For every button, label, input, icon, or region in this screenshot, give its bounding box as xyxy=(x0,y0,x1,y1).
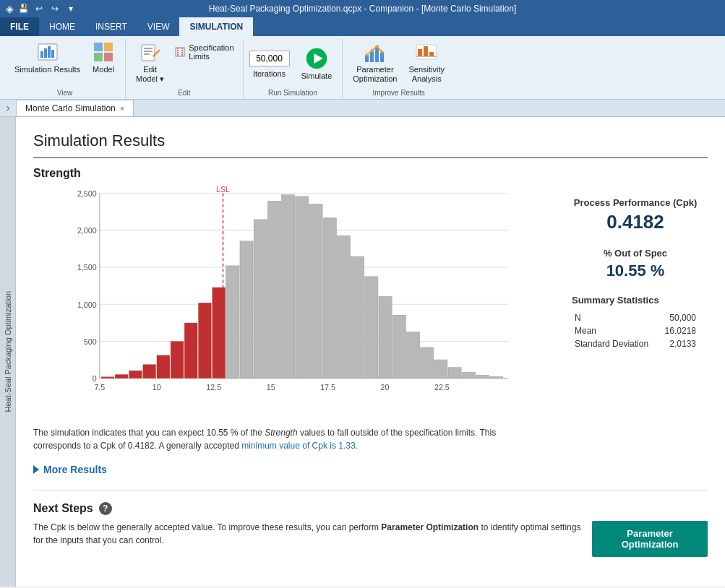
svg-rect-70 xyxy=(323,218,336,379)
summary-title: Summary Statistics xyxy=(572,295,699,306)
svg-rect-54 xyxy=(101,377,114,379)
tab-insert[interactable]: INSERT xyxy=(85,17,137,36)
svg-text:22.5: 22.5 xyxy=(434,383,450,392)
svg-rect-3 xyxy=(48,46,51,58)
svg-rect-59 xyxy=(171,341,184,378)
table-row: N 50,000 xyxy=(572,311,699,324)
svg-text:0: 0 xyxy=(93,374,97,383)
next-steps-section: Next Steps ? The Cpk is below the genera… xyxy=(33,490,708,557)
svg-rect-28 xyxy=(424,46,428,56)
svg-rect-71 xyxy=(337,235,350,378)
svg-rect-27 xyxy=(418,49,422,56)
svg-text:7.5: 7.5 xyxy=(94,383,105,392)
results-button[interactable]: Simulation Results xyxy=(10,39,85,76)
svg-rect-8 xyxy=(104,53,113,61)
svg-rect-69 xyxy=(309,204,322,379)
edit-model-icon xyxy=(139,40,162,64)
next-steps-header: Next Steps ? xyxy=(33,502,708,515)
more-results-label: More Results xyxy=(43,464,107,475)
param-opt-icon xyxy=(364,40,387,64)
table-row: Mean 16.0218 xyxy=(572,324,699,337)
tab-file[interactable]: FILE xyxy=(0,17,39,36)
svg-rect-76 xyxy=(406,332,419,379)
simulate-icon xyxy=(305,47,328,70)
collapse-sidebar-button[interactable]: › xyxy=(0,100,16,116)
edit-buttons: EditModel ▾ SpecificationLimits xyxy=(132,39,236,89)
tab-strip: › Monte Carlo Simulation × xyxy=(0,100,725,117)
tab-simulation[interactable]: SIMULATION xyxy=(179,17,253,36)
main-area: Heat-Seal Packaging Optimization Simulat… xyxy=(0,117,725,587)
edit-model-button[interactable]: EditModel ▾ xyxy=(132,39,168,85)
title-bar: ◈ 💾 ↩ ↪ ▾ Heat-Seal Packaging Optimizati… xyxy=(0,0,725,17)
tab-view[interactable]: VIEW xyxy=(137,17,180,36)
save-button[interactable]: 💾 xyxy=(17,2,30,15)
specification-limits-button[interactable]: SpecificationLimits xyxy=(171,42,236,62)
svg-rect-77 xyxy=(421,347,434,379)
undo-button[interactable]: ↩ xyxy=(33,2,46,15)
stat-mean-label: Mean xyxy=(572,324,658,337)
cpk-block: Process Performance (Cpk) 0.4182 xyxy=(572,197,699,233)
svg-rect-56 xyxy=(129,371,142,379)
svg-rect-1 xyxy=(40,51,43,58)
svg-rect-73 xyxy=(365,277,378,379)
svg-rect-61 xyxy=(198,303,211,379)
qa-dropdown-button[interactable]: ▾ xyxy=(64,2,77,15)
improve-buttons: ParameterOptimization SensitivityAnalysi… xyxy=(348,39,449,89)
svg-rect-6 xyxy=(104,43,113,51)
svg-point-22 xyxy=(365,53,368,56)
svg-text:17.5: 17.5 xyxy=(320,383,335,392)
run-buttons: Iterations Simulate xyxy=(249,39,337,89)
parameter-optimization-ribbon-button[interactable]: ParameterOptimization xyxy=(348,39,401,85)
run-group-label: Run Simulation xyxy=(268,89,317,99)
help-icon[interactable]: ? xyxy=(99,502,112,515)
stat-stdev-label: Standard Deviation xyxy=(572,337,658,350)
more-results-section[interactable]: More Results xyxy=(33,464,708,475)
strength-italic: Strength xyxy=(265,428,297,438)
model-label: Model xyxy=(93,65,114,74)
svg-rect-29 xyxy=(429,52,434,56)
parameter-optimization-button[interactable]: Parameter Optimization xyxy=(592,521,708,557)
results-icon xyxy=(36,40,59,64)
svg-point-25 xyxy=(380,51,383,53)
svg-rect-81 xyxy=(476,375,489,378)
page-title: Simulation Results xyxy=(33,131,708,158)
svg-rect-66 xyxy=(267,201,280,378)
spec-limits-container: SpecificationLimits xyxy=(171,39,236,62)
svg-rect-82 xyxy=(490,377,503,379)
svg-rect-78 xyxy=(434,360,447,379)
tab-close-button[interactable]: × xyxy=(120,104,124,113)
sensitivity-analysis-button[interactable]: SensitivityAnalysis xyxy=(404,39,449,85)
svg-rect-7 xyxy=(94,53,103,61)
histogram-area: 0 500 1,000 1,500 2,000 2,500 7.5 10 12.… xyxy=(33,186,552,419)
spec-limits-icon xyxy=(174,46,186,58)
svg-rect-62 xyxy=(213,287,226,379)
svg-text:20: 20 xyxy=(381,383,390,392)
simulate-button[interactable]: Simulate xyxy=(297,46,337,82)
min-cpk-link[interactable]: minimum value of Cpk is 1.33 xyxy=(241,441,355,451)
stat-n-value: 50,000 xyxy=(658,311,699,324)
tab-home[interactable]: HOME xyxy=(39,17,85,36)
out-of-spec-label: % Out of Spec xyxy=(572,248,699,259)
svg-point-23 xyxy=(370,49,373,52)
svg-rect-4 xyxy=(51,50,54,58)
svg-rect-68 xyxy=(296,196,309,379)
svg-rect-65 xyxy=(254,220,267,379)
ribbon-group-improve: ParameterOptimization SensitivityAnalysi… xyxy=(343,39,455,99)
redo-button[interactable]: ↪ xyxy=(48,2,61,15)
svg-rect-2 xyxy=(44,48,47,58)
simulate-label: Simulate xyxy=(301,72,333,81)
edit-model-label: EditModel ▾ xyxy=(136,65,164,84)
param-opt-ribbon-label: ParameterOptimization xyxy=(353,65,397,84)
results-label: Simulation Results xyxy=(14,65,80,74)
ribbon-group-run: Iterations Simulate Run Simulation xyxy=(244,39,343,99)
ribbon-group-edit: EditModel ▾ SpecificationLimits Edit xyxy=(126,39,243,99)
iterations-input[interactable] xyxy=(249,51,290,66)
svg-rect-58 xyxy=(157,355,170,379)
monte-carlo-tab[interactable]: Monte Carlo Simulation × xyxy=(16,100,134,116)
app-container: › Monte Carlo Simulation × Heat-Seal Pac… xyxy=(0,100,725,587)
model-button[interactable]: Model xyxy=(87,39,119,76)
svg-rect-13 xyxy=(176,48,184,56)
out-of-spec-value: 10.55 % xyxy=(572,261,699,280)
side-panel-label: Heat-Seal Packaging Optimization xyxy=(4,291,12,412)
next-steps-text: The Cpk is below the generally accepted … xyxy=(33,521,592,547)
